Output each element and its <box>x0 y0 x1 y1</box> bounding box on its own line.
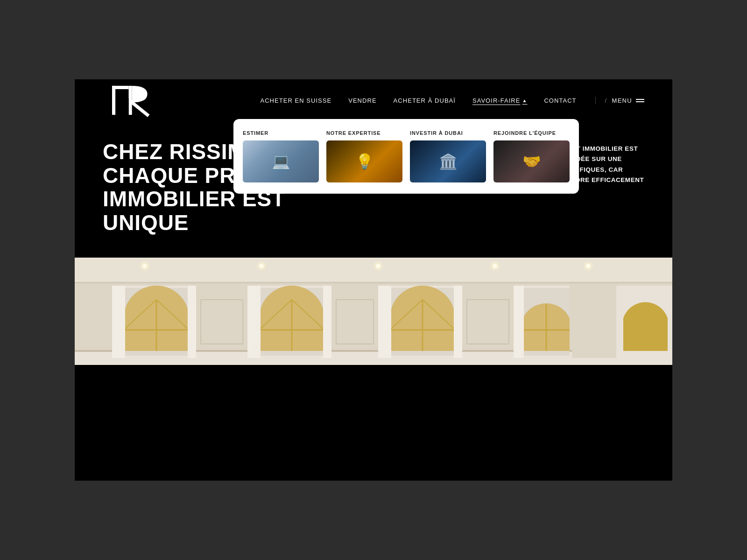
menu-slash: / <box>605 97 607 104</box>
svg-rect-47 <box>514 286 524 358</box>
dropdown-expertise-image <box>326 140 402 182</box>
svg-rect-4 <box>75 258 672 283</box>
dropdown-dubai-label: INVESTIR À DUBAI <box>410 130 486 136</box>
svg-rect-25 <box>112 286 125 358</box>
nav-acheter-dubai[interactable]: ACHETER À DUBAÏ <box>394 97 456 104</box>
svg-point-12 <box>257 261 266 271</box>
nav-contact[interactable]: CONTACT <box>544 97 576 104</box>
nav-vendre[interactable]: VENDRE <box>348 97 376 104</box>
header: ACHETER EN SUISSE VENDRE ACHETER À DUBAÏ… <box>75 79 672 121</box>
svg-rect-1 <box>112 86 129 89</box>
savoir-faire-dropdown: ESTIMER NOTRE EXPERTISE INVESTIR À DUBAI… <box>233 119 579 194</box>
room-windows-svg <box>75 258 672 365</box>
svg-rect-33 <box>247 286 261 358</box>
dropdown-estimer-image <box>243 140 319 182</box>
svg-point-10 <box>140 261 149 271</box>
hamburger-icon <box>636 99 644 102</box>
hero-title-line4: UNIQUE <box>103 210 189 235</box>
svg-rect-2 <box>129 86 132 115</box>
svg-point-18 <box>584 261 593 271</box>
dropdown-dubai-image <box>410 140 486 182</box>
room-image-section <box>75 258 672 365</box>
nav-savoir-faire-label: SAVOIR-FAIRE <box>472 97 521 104</box>
dropdown-item-estimer[interactable]: ESTIMER <box>243 130 319 182</box>
svg-point-16 <box>490 261 500 271</box>
dropdown-estimer-label: ESTIMER <box>243 130 319 136</box>
logo[interactable] <box>103 82 159 119</box>
svg-rect-26 <box>188 286 196 358</box>
menu-label: MENU <box>612 97 632 104</box>
svg-marker-3 <box>115 98 128 115</box>
nav-acheter-suisse[interactable]: ACHETER EN SUISSE <box>260 97 331 104</box>
hero-title-line1: CHEZ RISSIM, <box>103 140 252 164</box>
svg-rect-41 <box>378 286 391 358</box>
browser-window: ACHETER EN SUISSE VENDRE ACHETER À DUBAÏ… <box>75 79 672 481</box>
svg-rect-34 <box>323 286 331 358</box>
room-background <box>75 258 672 365</box>
svg-rect-0 <box>112 86 115 115</box>
svg-rect-5 <box>75 282 672 283</box>
svg-point-14 <box>374 261 383 271</box>
savoir-faire-arrow-icon: ▲ <box>522 98 528 103</box>
dropdown-equipe-image <box>493 140 570 182</box>
dropdown-item-expertise[interactable]: NOTRE EXPERTISE <box>326 130 402 182</box>
dropdown-equipe-label: REJOINDRE L'ÉQUIPE <box>493 130 570 136</box>
dropdown-item-dubai[interactable]: INVESTIR À DUBAI <box>410 130 486 182</box>
main-nav: ACHETER EN SUISSE VENDRE ACHETER À DUBAÏ… <box>260 97 576 104</box>
svg-rect-42 <box>454 286 462 358</box>
dropdown-item-equipe[interactable]: REJOINDRE L'ÉQUIPE <box>493 130 570 182</box>
menu-button[interactable]: / MENU <box>595 97 644 104</box>
dropdown-expertise-label: NOTRE EXPERTISE <box>326 130 402 136</box>
nav-savoir-faire[interactable]: SAVOIR-FAIRE ▲ <box>472 97 527 104</box>
